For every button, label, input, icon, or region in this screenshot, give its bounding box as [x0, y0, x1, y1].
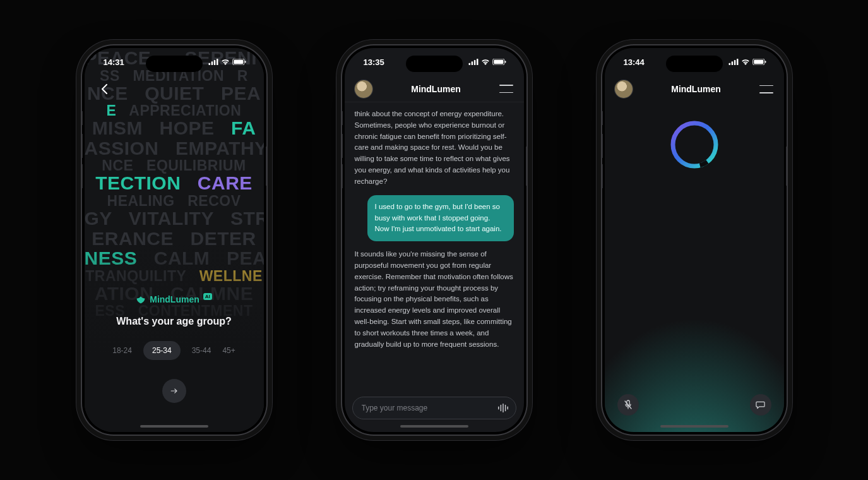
svg-rect-3 [217, 59, 218, 65]
onboarding-question: What's your age group? [116, 316, 231, 327]
menu-button[interactable] [499, 85, 513, 93]
voice-background [605, 48, 784, 432]
status-indicators [728, 59, 766, 65]
svg-rect-10 [477, 59, 479, 65]
waveform-icon [497, 404, 509, 412]
word-row: MISM HOPE FA [85, 118, 264, 138]
cellular-icon [468, 59, 479, 65]
word-row: NESS CALM PEAC [85, 248, 264, 268]
age-option[interactable]: 35-44 [192, 346, 211, 355]
mute-button[interactable] [617, 394, 639, 416]
chat-bubble-icon [756, 400, 765, 409]
avatar[interactable] [615, 80, 633, 98]
svg-rect-1 [211, 61, 213, 65]
status-indicators [208, 59, 246, 65]
status-time: 13:44 [624, 57, 645, 67]
age-group-selector: 18-2425-3435-4445+ [112, 341, 235, 360]
orb-ring-icon [667, 117, 722, 172]
user-message: I used to go to the gym, but I'd been so… [367, 195, 514, 241]
message-composer [352, 397, 516, 419]
chevron-left-icon [101, 84, 107, 94]
wifi-icon [741, 59, 750, 65]
battery-icon [492, 59, 506, 65]
word-row: GY VITALITY STRE [85, 208, 264, 229]
svg-rect-0 [208, 63, 210, 65]
message-input[interactable] [362, 404, 497, 412]
home-indicator [400, 425, 468, 428]
phone-onboarding: 14:31 PEACE SERENITSS MEDITATION RNCE QU… [82, 45, 266, 435]
svg-rect-8 [471, 61, 473, 65]
leaf-icon [136, 295, 146, 304]
word-row: TECTION CARE [85, 173, 264, 193]
cellular-icon [728, 59, 739, 65]
dynamic-island [666, 56, 723, 72]
voice-title: MindLumen [671, 84, 721, 94]
menu-button[interactable] [759, 85, 773, 93]
word-row: E APPRECIATION [85, 103, 264, 118]
svg-rect-24 [754, 60, 763, 64]
svg-rect-12 [494, 60, 503, 64]
svg-rect-25 [764, 61, 766, 63]
back-button[interactable] [95, 80, 114, 99]
svg-rect-7 [468, 63, 470, 65]
svg-rect-19 [728, 63, 730, 65]
svg-point-26 [673, 123, 716, 166]
battery-icon [232, 59, 246, 65]
svg-rect-21 [734, 60, 735, 65]
switch-to-chat-button[interactable] [750, 394, 771, 416]
age-option[interactable]: 18-24 [112, 346, 132, 355]
svg-point-27 [667, 117, 722, 172]
word-row: ASSION EMPATHY [85, 138, 264, 159]
age-option[interactable]: 45+ [222, 346, 235, 355]
next-button[interactable] [162, 379, 186, 403]
chat-messages[interactable]: think about the concept of energy expend… [345, 102, 524, 392]
brand-logo: MindLumen AI [136, 294, 212, 304]
battery-icon [752, 59, 766, 65]
status-indicators [468, 59, 506, 65]
word-row: ERANCE DETER [85, 229, 264, 249]
chat-header: MindLumen [345, 76, 524, 102]
cellular-icon [208, 59, 218, 65]
svg-rect-20 [731, 61, 733, 65]
svg-rect-2 [213, 60, 215, 65]
voice-input-button[interactable] [497, 404, 509, 412]
svg-rect-22 [737, 59, 739, 65]
ai-message: think about the concept of energy expend… [355, 109, 514, 188]
ai-message: It sounds like you're missing the sense … [355, 249, 514, 350]
phone-chat: 13:35 MindLumen think about the concept … [342, 45, 526, 435]
status-time: 14:31 [104, 57, 124, 67]
svg-rect-6 [244, 61, 246, 63]
age-option[interactable]: 25-34 [143, 341, 181, 360]
arrow-right-icon [170, 388, 178, 393]
home-indicator [660, 425, 728, 428]
brand-name: MindLumen [150, 294, 199, 304]
onboarding-panel: MindLumen AI What's your age group? 18-2… [85, 280, 264, 432]
dynamic-island [406, 56, 463, 72]
wifi-icon [481, 59, 490, 65]
phone-voice: 13:44 MindLumen [602, 45, 787, 435]
dynamic-island [146, 56, 203, 72]
voice-header: MindLumen [605, 76, 784, 102]
avatar[interactable] [355, 80, 372, 98]
menu-icon [759, 85, 773, 87]
menu-icon [499, 85, 513, 86]
word-row: NCE EQUILIBRIUM [85, 158, 264, 173]
brand-ai-badge: AI [203, 293, 212, 300]
svg-rect-13 [504, 61, 506, 63]
voice-orb [667, 117, 722, 172]
mic-off-icon [624, 400, 633, 410]
svg-rect-5 [234, 60, 243, 64]
word-row: HEALING RECOV [85, 193, 264, 208]
home-indicator [140, 425, 208, 428]
svg-rect-9 [473, 60, 475, 65]
status-time: 13:35 [364, 57, 384, 67]
chat-title: MindLumen [411, 84, 461, 94]
wifi-icon [221, 59, 230, 65]
